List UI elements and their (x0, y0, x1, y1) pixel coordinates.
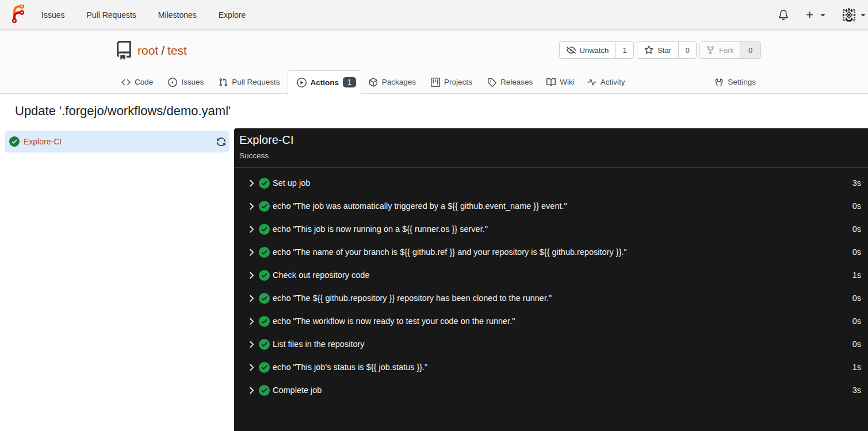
repo-header-inner: root / test Unwatch 1 Star 0 (117, 41, 761, 94)
tab-code[interactable]: Code (114, 70, 160, 94)
forgejo-logo[interactable] (9, 5, 28, 24)
watch-button-group: Unwatch 1 (559, 41, 634, 59)
user-menu[interactable] (841, 7, 868, 23)
nav-item-issues[interactable]: Issues (30, 0, 75, 29)
bell-icon[interactable] (778, 10, 789, 20)
tab-projects[interactable]: Projects (423, 70, 480, 94)
avatar[interactable] (841, 7, 857, 23)
tab-packages[interactable]: Packages (361, 70, 423, 94)
star-count[interactable]: 0 (678, 42, 696, 58)
job-log-status: Success (239, 151, 861, 160)
rerun-icon[interactable] (216, 137, 226, 147)
nav-right (778, 7, 868, 23)
check-circle-icon (9, 136, 20, 147)
step-success-icon (259, 178, 270, 189)
create-new-menu[interactable] (805, 10, 828, 20)
step-duration: 0s (852, 293, 861, 303)
step-duration: 0s (852, 340, 861, 349)
repo-header: root / test Unwatch 1 Star 0 (0, 30, 868, 94)
watch-count[interactable]: 1 (615, 42, 633, 58)
tab-label: Projects (444, 78, 472, 86)
fork-button[interactable]: Fork (700, 42, 740, 58)
repo-title-row: root / test Unwatch 1 Star 0 (117, 41, 761, 59)
play-circle-icon (297, 78, 307, 87)
step-duration: 0s (852, 316, 861, 326)
chevron-right-icon[interactable] (246, 247, 257, 258)
tab-issues[interactable]: Issues (160, 70, 211, 94)
step-row[interactable]: Check out repository code 1s (234, 264, 868, 287)
nav-item-pull-requests[interactable]: Pull Requests (75, 0, 147, 29)
repo-tabs: Code Issues Pull Requests Actions 1 Pack… (114, 70, 761, 94)
step-row[interactable]: Set up job 3s (234, 171, 868, 194)
wrench-icon (714, 78, 724, 87)
repo-name-link[interactable]: test (167, 44, 187, 58)
chevron-down-icon (818, 10, 828, 20)
step-row[interactable]: echo "The name of your branch is ${{ git… (234, 241, 868, 264)
breadcrumb-separator: / (161, 44, 165, 58)
step-row[interactable]: echo "This job is now running on a ${{ r… (234, 218, 868, 241)
run-body: Explore-CI Explore-CI Success Set up job (0, 128, 868, 431)
step-duration: 0s (852, 224, 861, 234)
tab-label: Actions (311, 78, 339, 87)
star-button-group: Star 0 (637, 41, 697, 59)
step-duration: 1s (852, 363, 861, 372)
pulse-icon (587, 78, 596, 87)
job-list: Explore-CI (0, 128, 234, 152)
chevron-right-icon[interactable] (246, 339, 257, 350)
chevron-right-icon[interactable] (246, 201, 257, 212)
fork-count[interactable]: 0 (740, 42, 760, 58)
step-duration: 0s (852, 247, 861, 257)
step-name: echo "This job's status is ${{ job.statu… (273, 363, 427, 372)
step-success-icon (259, 201, 270, 212)
step-duration: 3s (852, 178, 861, 188)
step-success-icon (259, 224, 270, 235)
step-name: echo "The name of your branch is ${{ git… (273, 247, 627, 257)
project-icon (431, 78, 440, 87)
step-name: List files in the repository (273, 340, 365, 349)
job-log-title: Explore-CI (239, 133, 861, 147)
actions-count-badge: 1 (343, 77, 356, 87)
eye-closed-icon (567, 45, 576, 55)
step-row[interactable]: echo "The job was automatically triggere… (234, 194, 868, 218)
tab-actions[interactable]: Actions 1 (288, 70, 361, 94)
chevron-right-icon[interactable] (246, 385, 257, 396)
tab-releases[interactable]: Releases (480, 70, 540, 94)
plus-icon (805, 10, 815, 20)
tab-settings[interactable]: Settings (707, 70, 761, 94)
step-success-icon (259, 247, 270, 258)
tab-label: Wiki (560, 78, 575, 86)
repo-owner-link[interactable]: root (137, 44, 158, 58)
tab-wiki[interactable]: Wiki (540, 70, 581, 94)
tab-label: Releases (500, 78, 533, 86)
tab-label: Packages (382, 78, 416, 86)
step-row[interactable]: echo "This job's status is ${{ job.statu… (234, 356, 868, 379)
step-name: echo "The job was automatically triggere… (273, 201, 567, 211)
chevron-right-icon[interactable] (246, 178, 257, 189)
tab-pull-requests[interactable]: Pull Requests (211, 70, 287, 94)
chevron-right-icon[interactable] (246, 224, 257, 235)
nav-item-explore[interactable]: Explore (208, 0, 257, 29)
step-success-icon (259, 385, 270, 396)
unwatch-button[interactable]: Unwatch (560, 42, 616, 58)
step-row[interactable]: echo "The ${{ github.repository }} repos… (234, 287, 868, 310)
step-duration: 0s (852, 201, 861, 211)
nav-item-milestones[interactable]: Milestones (147, 0, 208, 29)
chevron-right-icon[interactable] (246, 293, 257, 304)
star-icon (644, 45, 653, 55)
step-row[interactable]: List files in the repository 0s (234, 333, 868, 356)
chevron-right-icon[interactable] (246, 270, 257, 281)
job-list-item[interactable]: Explore-CI (5, 131, 230, 152)
chevron-right-icon[interactable] (246, 362, 257, 373)
job-steps: Set up job 3s echo "The job was automati… (234, 168, 868, 402)
repo-icon (114, 41, 133, 60)
tab-activity[interactable]: Activity (581, 70, 632, 94)
job-log-header: Explore-CI Success (234, 128, 868, 168)
chevron-right-icon[interactable] (246, 316, 257, 327)
book-icon (546, 78, 556, 87)
step-row[interactable]: Complete job 3s (234, 379, 868, 402)
star-button[interactable]: Star (637, 42, 678, 58)
unwatch-label: Unwatch (580, 46, 609, 55)
step-row[interactable]: echo "The workflow is now ready to test … (234, 310, 868, 333)
actions-run-view: Update '.forgejo/workflows/demo.yaml' Ex… (0, 103, 868, 431)
run-title: Update '.forgejo/workflows/demo.yaml' (15, 103, 854, 119)
